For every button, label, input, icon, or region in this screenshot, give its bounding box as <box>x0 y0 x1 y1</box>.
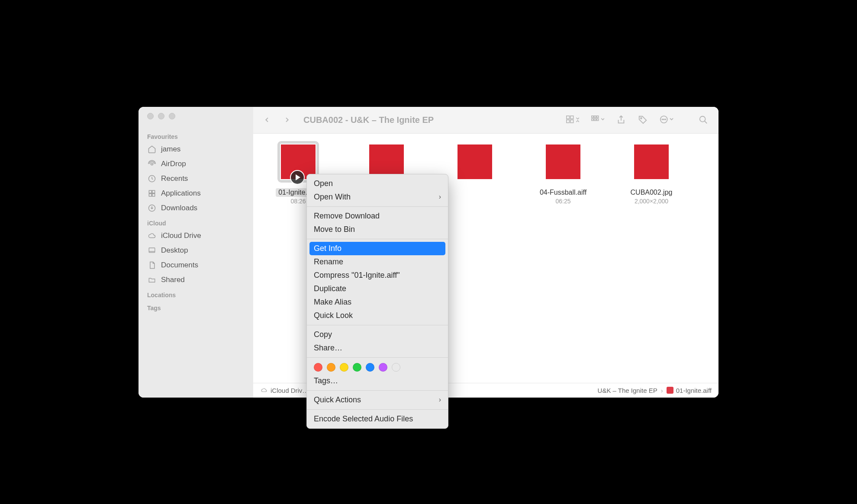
airdrop-icon <box>147 159 157 169</box>
path-crumb-icloud[interactable]: iCloud Driv… <box>260 387 309 394</box>
tag-color-none[interactable] <box>392 363 400 372</box>
toolbar: CUBA002 - U&K – The Ignite EP <box>253 107 718 134</box>
sidebar-item-shared[interactable]: Shared <box>139 273 253 287</box>
svg-point-0 <box>151 163 153 165</box>
sidebar: Favourites james AirDrop Recents Applica… <box>139 107 253 398</box>
tag-color-purple[interactable] <box>379 363 387 372</box>
file-name-label: 04-Fussball.aiff <box>537 188 589 197</box>
menu-get-info[interactable]: Get Info <box>309 242 445 255</box>
chevron-right-icon: › <box>439 396 441 404</box>
sidebar-section-tags: Tags <box>139 300 253 313</box>
path-crumb-file[interactable]: 01-Ignite.aiff <box>667 387 712 394</box>
menu-move-to-bin[interactable]: Move to Bin <box>307 223 448 236</box>
file-meta-label: 08:26 <box>290 198 306 205</box>
path-crumb-folder[interactable]: U&K – The Ignite EP <box>598 387 657 394</box>
sidebar-item-label: james <box>161 145 180 154</box>
nav-buttons <box>264 116 290 124</box>
sidebar-item-desktop[interactable]: Desktop <box>139 243 253 258</box>
file-item-cuba002-jpg[interactable]: cuba CUBA002.jpg 2,000×2,000 <box>619 142 683 205</box>
close-window-button[interactable] <box>147 113 154 119</box>
menu-separator <box>307 206 448 207</box>
downloads-icon <box>147 203 157 213</box>
menu-quick-actions[interactable]: Quick Actions› <box>307 393 448 407</box>
window-title: CUBA002 - U&K – The Ignite EP <box>303 115 434 125</box>
sidebar-item-label: Desktop <box>161 246 188 255</box>
zoom-window-button[interactable] <box>169 113 175 119</box>
sidebar-item-label: Applications <box>161 189 201 198</box>
path-crumb-label: U&K – The Ignite EP <box>598 387 657 394</box>
sidebar-item-label: iCloud Drive <box>161 231 201 240</box>
menu-separator <box>307 409 448 410</box>
document-icon <box>147 260 157 270</box>
file-item-03[interactable]: cuba <box>443 142 507 181</box>
applications-icon <box>147 189 157 198</box>
finder-window: Favourites james AirDrop Recents Applica… <box>139 107 718 398</box>
context-menu: Open Open With› Remove Download Move to … <box>306 174 448 429</box>
menu-open[interactable]: Open <box>307 177 448 190</box>
sidebar-item-label: AirDrop <box>161 160 186 168</box>
tag-color-red[interactable] <box>314 363 322 372</box>
menu-tags[interactable]: Tags… <box>307 374 448 388</box>
aiff-file-icon <box>667 387 673 394</box>
svg-point-16 <box>664 119 664 120</box>
svg-point-14 <box>641 118 642 119</box>
menu-make-alias[interactable]: Make Alias <box>307 295 448 309</box>
svg-point-17 <box>662 119 663 120</box>
sidebar-item-icloud-drive[interactable]: iCloud Drive <box>139 228 253 243</box>
clock-icon <box>147 174 157 183</box>
tag-color-green[interactable] <box>353 363 361 372</box>
tag-color-yellow[interactable] <box>340 363 348 372</box>
sidebar-section-locations: Locations <box>139 287 253 300</box>
share-button[interactable] <box>616 115 626 125</box>
svg-rect-12 <box>594 119 596 121</box>
tag-color-blue[interactable] <box>366 363 374 372</box>
sidebar-item-recents[interactable]: Recents <box>139 171 253 186</box>
file-meta-label: 2,000×2,000 <box>635 198 668 205</box>
group-by-button[interactable] <box>591 115 604 125</box>
svg-rect-13 <box>597 119 599 121</box>
play-icon[interactable] <box>290 170 305 185</box>
actions-button[interactable] <box>660 115 673 125</box>
file-name-label: CUBA002.jpg <box>628 188 675 197</box>
chevron-right-icon: › <box>439 193 441 201</box>
file-thumbnail: cuba <box>544 142 583 181</box>
sidebar-item-downloads[interactable]: Downloads <box>139 201 253 215</box>
menu-encode-audio[interactable]: Encode Selected Audio Files <box>307 412 448 426</box>
sidebar-item-home[interactable]: james <box>139 142 253 157</box>
menu-copy[interactable]: Copy <box>307 328 448 341</box>
desktop-icon <box>147 246 157 255</box>
back-button[interactable] <box>264 116 271 124</box>
file-thumbnail: cuba <box>632 142 671 181</box>
svg-point-19 <box>700 116 706 122</box>
sidebar-section-icloud: iCloud <box>139 215 253 228</box>
svg-rect-7 <box>570 120 573 123</box>
tags-button[interactable] <box>638 115 648 125</box>
sidebar-item-label: Shared <box>161 276 185 284</box>
menu-duplicate[interactable]: Duplicate <box>307 282 448 295</box>
file-thumbnail: cuba <box>455 142 494 181</box>
minimize-window-button[interactable] <box>158 113 164 119</box>
search-button[interactable] <box>699 115 708 125</box>
svg-rect-4 <box>567 116 570 119</box>
forward-button[interactable] <box>284 116 290 124</box>
sidebar-item-documents[interactable]: Documents <box>139 258 253 273</box>
sidebar-item-airdrop[interactable]: AirDrop <box>139 157 253 171</box>
menu-open-with[interactable]: Open With› <box>307 190 448 204</box>
view-mode-button[interactable] <box>566 115 579 125</box>
menu-remove-download[interactable]: Remove Download <box>307 209 448 223</box>
menu-separator <box>307 239 448 239</box>
sidebar-item-applications[interactable]: Applications <box>139 186 253 201</box>
menu-quick-look[interactable]: Quick Look <box>307 309 448 322</box>
cloud-icon <box>260 387 268 393</box>
menu-separator <box>307 325 448 325</box>
file-item-04-fussball[interactable]: cuba 04-Fussball.aiff 06:25 <box>531 142 595 205</box>
menu-tag-colors <box>307 360 448 374</box>
cloud-icon <box>147 231 157 241</box>
shared-folder-icon <box>147 275 157 285</box>
menu-rename[interactable]: Rename <box>307 255 448 269</box>
tag-color-orange[interactable] <box>327 363 335 372</box>
sidebar-item-label: Documents <box>161 261 198 270</box>
menu-compress[interactable]: Compress "01-Ignite.aiff" <box>307 269 448 282</box>
svg-rect-11 <box>592 119 593 121</box>
menu-share[interactable]: Share… <box>307 341 448 355</box>
